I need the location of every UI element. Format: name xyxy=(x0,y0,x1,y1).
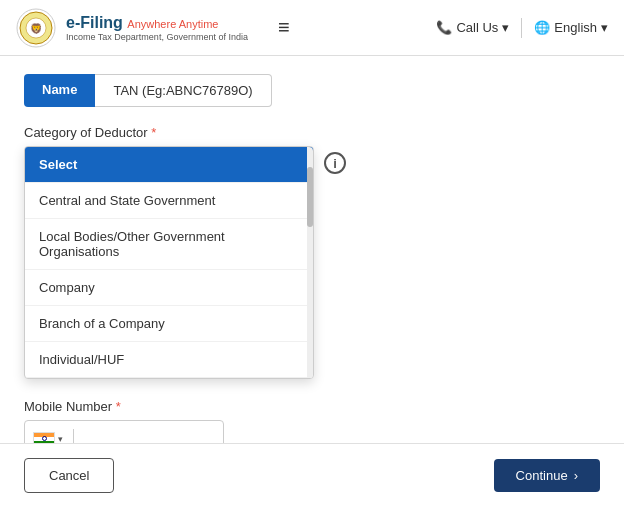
language-button[interactable]: 🌐 English ▾ xyxy=(534,20,608,35)
info-icon[interactable]: i xyxy=(324,152,346,174)
call-us-label: Call Us xyxy=(456,20,498,35)
dropdown-option-branch[interactable]: Branch of a Company xyxy=(25,306,313,342)
category-label-text: Category of Deductor xyxy=(24,125,148,140)
phone-icon: 📞 xyxy=(436,20,452,35)
required-marker: * xyxy=(151,125,156,140)
dropdown-option-individual[interactable]: Individual/HUF xyxy=(25,342,313,378)
anywhere-label: Anywhere Anytime xyxy=(127,18,218,30)
mobile-required-marker: * xyxy=(116,399,121,414)
dropdown-option-local[interactable]: Local Bodies/Other Government Organisati… xyxy=(25,219,313,270)
tab-name[interactable]: Name xyxy=(24,74,95,107)
ashoka-chakra xyxy=(42,436,47,441)
continue-button[interactable]: Continue › xyxy=(494,459,600,492)
language-label: English xyxy=(554,20,597,35)
emblem-icon: 🦁 xyxy=(16,8,56,48)
tab-tan[interactable]: TAN (Eg:ABNC76789O) xyxy=(95,74,271,107)
dropdown-option-select[interactable]: Select xyxy=(25,147,313,183)
continue-label: Continue xyxy=(516,468,568,483)
scrollbar-thumb xyxy=(307,167,313,227)
scrollbar-track xyxy=(307,147,313,378)
category-dropdown[interactable]: Select Central and State Government Loca… xyxy=(24,146,314,379)
globe-icon: 🌐 xyxy=(534,20,550,35)
flag-white-stripe xyxy=(34,437,54,441)
category-label: Category of Deductor * xyxy=(24,125,600,140)
category-dropdown-container: Select Central and State Government Loca… xyxy=(24,146,600,379)
search-tabs: Name TAN (Eg:ABNC76789O) xyxy=(24,74,600,107)
logo-efiling: e-Filing Anywhere Anytime xyxy=(66,14,248,32)
efiling-label: e-Filing xyxy=(66,14,123,31)
main-content: Name TAN (Eg:ABNC76789O) Category of Ded… xyxy=(0,56,624,476)
call-us-button[interactable]: 📞 Call Us ▾ xyxy=(436,20,509,35)
dropdown-option-central[interactable]: Central and State Government xyxy=(25,183,313,219)
language-chevron: ▾ xyxy=(601,20,608,35)
logo-sub: Income Tax Department, Government of Ind… xyxy=(66,32,248,42)
header: 🦁 e-Filing Anywhere Anytime Income Tax D… xyxy=(0,0,624,56)
header-left: 🦁 e-Filing Anywhere Anytime Income Tax D… xyxy=(16,8,290,48)
cancel-button[interactable]: Cancel xyxy=(24,458,114,493)
mobile-label: Mobile Number * xyxy=(24,399,600,414)
footer: Cancel Continue › xyxy=(0,443,624,507)
header-right: 📞 Call Us ▾ 🌐 English ▾ xyxy=(436,18,608,38)
svg-text:🦁: 🦁 xyxy=(30,22,43,35)
mobile-label-text: Mobile Number xyxy=(24,399,112,414)
logo-text: e-Filing Anywhere Anytime Income Tax Dep… xyxy=(66,14,248,42)
continue-arrow-icon: › xyxy=(574,468,578,483)
menu-icon[interactable]: ≡ xyxy=(278,16,290,39)
header-divider xyxy=(521,18,522,38)
call-us-chevron: ▾ xyxy=(502,20,509,35)
dropdown-option-company[interactable]: Company xyxy=(25,270,313,306)
